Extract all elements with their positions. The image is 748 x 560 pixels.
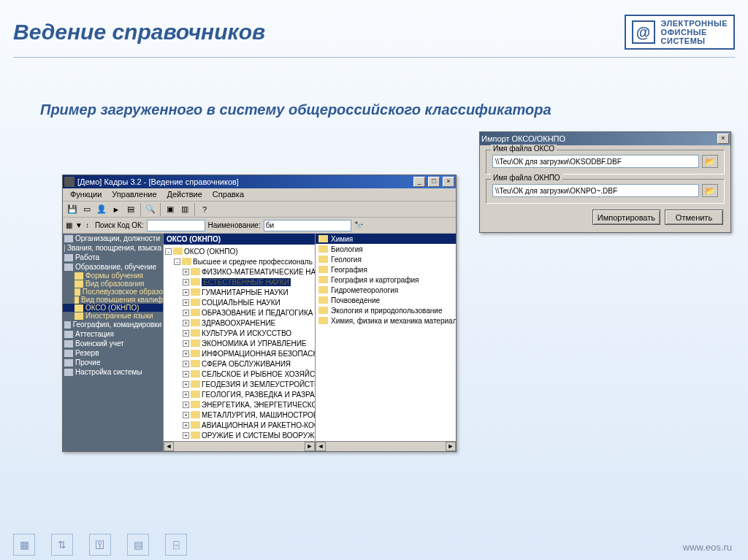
expand-toggle[interactable]: + <box>183 279 189 285</box>
nav-category[interactable]: Аттестация <box>63 329 163 339</box>
expand-toggle[interactable]: + <box>183 361 189 367</box>
list-item[interactable]: Экология и природопользование <box>316 305 456 315</box>
okso-path-input[interactable] <box>492 155 699 168</box>
list-item[interactable]: Геология <box>316 254 456 264</box>
tree-node[interactable]: -Высшее и среднее профессиональ <box>165 256 313 266</box>
nav-child[interactable]: Вид повышения квалиф <box>63 296 163 304</box>
tb-help-icon[interactable]: ? <box>198 203 211 216</box>
nav-category[interactable]: Образование, обучение <box>63 262 163 272</box>
nav-child[interactable]: Вид образования <box>63 280 163 288</box>
tb-book-icon[interactable]: ▥ <box>178 203 191 216</box>
tb-save-icon[interactable]: 💾 <box>66 203 79 216</box>
tree-node[interactable]: +ЭНЕРГЕТИКА, ЭНЕРГЕТИЧЕСКО <box>165 399 313 410</box>
close-button[interactable]: × <box>443 177 454 187</box>
tree-node[interactable]: +ЭКОНОМИКА И УПРАВЛЕНИЕ <box>165 338 313 348</box>
tb-doc-icon[interactable]: ▤ <box>124 203 137 216</box>
binoculars-icon[interactable]: 🔭 <box>354 221 363 229</box>
tree-node[interactable]: +ОБРАЗОВАНИЕ И ПЕДАГОГИКА <box>165 307 313 318</box>
nav-category[interactable]: Звания, поощрения, взыска <box>63 243 163 253</box>
expand-toggle[interactable]: + <box>183 340 189 347</box>
h-scrollbar[interactable]: ◄ ► <box>164 441 315 451</box>
tree-node[interactable]: -ОКСО (ОКНПО) <box>165 246 313 256</box>
menu-item[interactable]: Действие <box>163 189 207 200</box>
expand-toggle[interactable]: + <box>183 299 189 306</box>
dialog-close-button[interactable]: × <box>717 134 729 144</box>
tb-grid-icon[interactable]: ▦ <box>66 221 72 229</box>
search-name-input[interactable] <box>264 220 351 231</box>
expand-toggle[interactable]: + <box>183 350 189 357</box>
scroll-right-icon[interactable]: ► <box>446 442 456 451</box>
search-code-input[interactable] <box>147 220 205 231</box>
menu-item[interactable]: Управление <box>107 189 161 200</box>
nav-category[interactable]: Прочие <box>63 358 163 367</box>
list-item[interactable]: География и картография <box>316 275 456 285</box>
tree-node[interactable]: +СОЦИАЛЬНЫЕ НАУКИ <box>165 297 313 307</box>
tree-node[interactable]: +АВИАЦИОННАЯ И РАКЕТНО-КОС <box>165 420 313 430</box>
expand-toggle[interactable]: + <box>183 310 189 316</box>
expand-toggle[interactable]: + <box>183 330 189 337</box>
tree-node[interactable]: +ГЕОЛОГИЯ, РАЗВЕДКА И РАЗРА <box>165 389 313 399</box>
minimize-button[interactable]: _ <box>413 177 425 187</box>
nav-category[interactable]: Работа <box>63 253 163 262</box>
nav-category[interactable]: Настройка системы <box>63 367 163 377</box>
import-button[interactable]: Импортировать <box>592 210 660 225</box>
scroll-left-icon[interactable]: ◄ <box>164 442 174 451</box>
list-item[interactable]: Почвоведение <box>316 295 456 305</box>
expand-toggle[interactable]: + <box>183 412 189 418</box>
tree-node[interactable]: +СЕЛЬСКОЕ И РЫБНОЕ ХОЗЯЙСТ <box>165 369 313 379</box>
expand-toggle[interactable]: + <box>183 269 189 275</box>
tree-node[interactable]: +МЕТАЛЛУРГИЯ, МАШИНОСТРОЕ <box>165 410 313 420</box>
tb-card-icon[interactable]: ▭ <box>80 203 94 216</box>
nav-child[interactable]: Послевузовское образо <box>63 288 163 296</box>
tree-node[interactable]: +ЕСТЕСТВЕННЫЕ НАУКИ <box>165 277 313 287</box>
right-list[interactable]: ХимияБиологияГеологияГеографияГеография … <box>316 234 456 441</box>
expand-toggle[interactable]: + <box>183 402 189 408</box>
tb-user-icon[interactable]: 👤 <box>95 203 108 216</box>
tree-node[interactable]: +ОРУЖИЕ И СИСТЕМЫ ВООРУЖЕ <box>165 430 313 440</box>
menu-item[interactable]: Справка <box>208 189 248 200</box>
expand-toggle[interactable]: + <box>183 391 189 398</box>
tree-node[interactable]: +ИНФОРМАЦИОННАЯ БЕЗОПАСНО <box>165 348 313 358</box>
tb-run-icon[interactable]: ► <box>110 203 123 216</box>
scroll-left-icon[interactable]: ◄ <box>316 442 326 451</box>
nav-child[interactable]: ОКСО (ОКНПО) <box>63 304 163 312</box>
nav-child[interactable]: Иностранные языки <box>63 312 163 320</box>
list-item[interactable]: Химия, физика и механика материало <box>316 315 456 326</box>
tb-sort-icon[interactable]: ↕ <box>85 221 89 229</box>
expand-toggle[interactable]: - <box>174 258 180 265</box>
nav-category[interactable]: Резерв <box>63 348 163 358</box>
tree-node[interactable]: +ГУМАНИТАРНЫЕ НАУКИ <box>165 287 313 297</box>
tree-node[interactable]: +ГЕОДЕЗИЯ И ЗЕМЛЕУСТРОЙСТВ <box>165 379 313 389</box>
tree-node[interactable]: +ЗДРАВООХРАНЕНИЕ <box>165 318 313 328</box>
tree-node[interactable]: +КУЛЬТУРА И ИСКУССТВО <box>165 328 313 338</box>
titlebar[interactable]: [Демо] Кадры 3.2 - [Ведение справочников… <box>63 175 456 188</box>
cancel-button[interactable]: Отменить <box>665 210 723 225</box>
tb-search-icon[interactable]: 🔍 <box>144 203 157 216</box>
expand-toggle[interactable]: - <box>165 248 172 255</box>
h-scrollbar-right[interactable]: ◄ ► <box>316 441 456 451</box>
nav-category[interactable]: Организации, должности <box>63 234 163 243</box>
okso-tree[interactable]: -ОКСО (ОКНПО)-Высшее и среднее профессио… <box>164 245 315 441</box>
list-item[interactable]: Химия <box>316 234 456 244</box>
oknpo-path-input[interactable] <box>492 184 699 197</box>
expand-toggle[interactable]: + <box>183 432 189 439</box>
dialog-titlebar[interactable]: Импорт ОКСО/ОКНПО × <box>480 132 730 145</box>
list-item[interactable]: Биология <box>316 244 456 254</box>
nav-category[interactable]: Воинский учет <box>63 339 163 348</box>
browse-oknpo-button[interactable]: 📂 <box>702 184 718 197</box>
expand-toggle[interactable]: + <box>183 320 189 326</box>
tb-filter-icon[interactable]: ▼ <box>75 221 83 229</box>
tree-node[interactable]: +ФИЗИКО-МАТЕМАТИЧЕСКИЕ НАУ <box>165 266 313 277</box>
nav-child[interactable]: Формы обучения <box>63 272 163 280</box>
maximize-button[interactable]: □ <box>428 177 440 187</box>
expand-toggle[interactable]: + <box>183 422 189 429</box>
list-item[interactable]: Гидрометеорология <box>316 285 456 295</box>
expand-toggle[interactable]: + <box>183 289 189 296</box>
nav-category[interactable]: География, командировки <box>63 320 163 329</box>
expand-toggle[interactable]: + <box>183 381 189 388</box>
tb-tree-icon[interactable]: ▣ <box>164 203 177 216</box>
list-item[interactable]: География <box>316 264 456 275</box>
scroll-right-icon[interactable]: ► <box>305 442 315 451</box>
tree-node[interactable]: +СФЕРА ОБСЛУЖИВАНИЯ <box>165 358 313 369</box>
browse-okso-button[interactable]: 📂 <box>702 155 718 168</box>
